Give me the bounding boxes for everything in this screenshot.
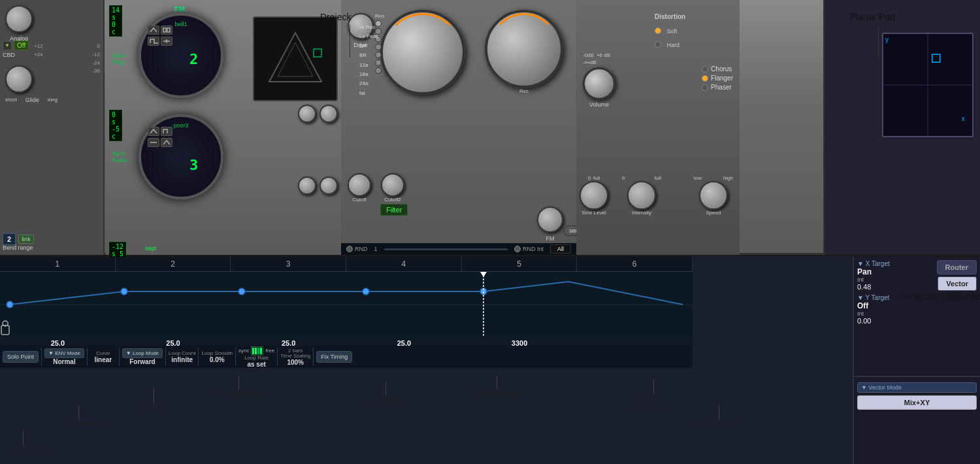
- intensity-knob[interactable]: [627, 181, 656, 210]
- triangle-display: [253, 16, 338, 101]
- envelope-curve: [0, 272, 693, 337]
- chorus-radio[interactable]: [702, 66, 708, 73]
- wave-icon-1[interactable]: [148, 25, 159, 35]
- time-scaling-group: 2 bars Time Scaling 100%: [280, 348, 310, 366]
- distortion-section: Distortion Soft Hard: [655, 10, 733, 50]
- planar-pad-display[interactable]: y x: [882, 33, 973, 137]
- filter-panel: Drive Res Hi Res Lo Peak BP BR 12a: [341, 0, 576, 255]
- planar-pad-grid: y x: [883, 34, 972, 136]
- soft-row: Soft: [655, 24, 733, 36]
- wave-icon-6[interactable]: [161, 127, 172, 136]
- soft-radio[interactable]: [655, 27, 661, 34]
- speed-scale: low high: [694, 175, 733, 181]
- divider-7: [277, 348, 278, 366]
- hard-radio[interactable]: [655, 41, 661, 48]
- chorus-label: Chorus: [711, 65, 732, 73]
- flanger-radio[interactable]: [702, 75, 708, 82]
- planar-pad-panel: y x: [823, 0, 980, 255]
- seg-5: 5: [462, 257, 578, 271]
- glide-label: Glide: [25, 97, 39, 103]
- left-control-panel: Analog ▼ Off CBD short Glide long 2 link: [0, 0, 105, 255]
- loop-mode-dropdown[interactable]: ▼ Loop Mode: [122, 348, 163, 358]
- osc2-waveforms: [148, 127, 172, 147]
- speed-knob[interactable]: [699, 181, 728, 210]
- osc-small-knobs-2: [298, 176, 338, 195]
- fix-timing-btn[interactable]: Fix Timing: [316, 351, 352, 363]
- vector-btn[interactable]: Vector: [938, 276, 977, 291]
- osc-knob-1[interactable]: [298, 105, 316, 123]
- vector-mode-content: ▼ Vector Mode Mix+XY: [854, 377, 980, 413]
- analog-knob[interactable]: [5, 5, 33, 33]
- fm-knob[interactable]: [537, 207, 563, 233]
- loop-modus-annotation: Loop-Modus: [216, 389, 263, 399]
- osc-knob-3[interactable]: [298, 176, 316, 195]
- osc2-display: poor3: [139, 114, 223, 199]
- solo-point-annotation: Solo Point: [13, 444, 52, 454]
- mix-xy-btn[interactable]: Mix+XY: [857, 395, 977, 410]
- rnd-radio: RND: [346, 246, 368, 252]
- cbd-toggle[interactable]: ▼: [3, 41, 12, 50]
- knob-c1: [298, 105, 316, 123]
- speed-label: Speed: [706, 210, 721, 216]
- filter-knob-1[interactable]: [348, 173, 371, 197]
- curve-value: linear: [95, 356, 112, 363]
- svg-point-16: [121, 288, 127, 295]
- vector-mode-dropdown[interactable]: ▼ Vector Mode: [857, 382, 977, 393]
- effects-panel: -0dB +6 dB -∞•dB Volume Distortion Soft …: [576, 0, 740, 255]
- rnd-radio-btn[interactable]: [346, 246, 353, 252]
- controls-bar: Solo Point ▼ ENV Mode Normal Curve linea…: [0, 346, 693, 368]
- all-btn[interactable]: All: [550, 244, 571, 254]
- loop-rate-label: Loop Rate: [244, 356, 269, 361]
- osc-knob-4[interactable]: [319, 176, 338, 195]
- filter-knob-2[interactable]: [381, 173, 404, 197]
- volume-knob[interactable]: [583, 67, 615, 100]
- solo-point-btn[interactable]: Solo Point: [3, 351, 39, 363]
- sync-tick-3: [257, 348, 259, 354]
- env-display[interactable]: [0, 271, 693, 337]
- sync-tick-1: [252, 348, 254, 354]
- phaser-radio[interactable]: [702, 84, 708, 91]
- zeitskalierung-annotation: Zeitskalierung: [470, 389, 523, 399]
- svg-rect-0: [163, 28, 166, 32]
- rnd-slider[interactable]: [384, 248, 508, 250]
- x-target-dropdown[interactable]: ▼ X Target: [857, 260, 890, 267]
- wave-icon-3[interactable]: [148, 37, 159, 46]
- filter-res-knob[interactable]: [485, 10, 563, 88]
- wave-icon-2[interactable]: [161, 25, 172, 35]
- divider-8: [313, 348, 314, 366]
- svg-point-15: [7, 301, 13, 308]
- scale-labels-right: +12 +24: [34, 42, 43, 59]
- seg-4: 4: [346, 257, 462, 271]
- sine-scale: 0full: [588, 175, 600, 181]
- filter-type-labels: Hi Res Lo Peak BP BR 12a 18a 24a fat: [359, 23, 378, 98]
- svg-rect-10: [932, 54, 940, 62]
- loop-count-value: infinite: [171, 356, 193, 363]
- divider-5: [198, 348, 199, 366]
- synth-top-panel: Analog ▼ Off CBD short Glide long 2 link: [0, 0, 980, 255]
- glide-section: short Glide long: [5, 65, 57, 103]
- osc-knob-2[interactable]: [319, 105, 338, 123]
- filter-res-container: Res: [485, 10, 563, 94]
- neg-inf-label: -∞•dB: [583, 59, 615, 65]
- svg-rect-1: [167, 28, 170, 32]
- router-btn[interactable]: Router: [937, 260, 977, 274]
- wave-icon-8[interactable]: [161, 138, 172, 147]
- router-top: ▼ X Target Pan Int 0.48 Router Vector: [854, 257, 980, 291]
- wave-icon-4[interactable]: [161, 37, 172, 46]
- svg-text:x: x: [962, 115, 965, 122]
- filter-knob-1-label: Cutoff: [352, 197, 366, 203]
- filter-freq-knob[interactable]: [380, 10, 465, 95]
- res-label: Res: [375, 13, 384, 19]
- sine-level-knob[interactable]: [580, 181, 608, 210]
- loop-rate-annotation: Loop-Rate: [363, 395, 402, 405]
- rnd-int-radio[interactable]: [514, 246, 521, 252]
- seg-3: 3: [231, 257, 346, 271]
- intensity-section: 0full Intensity: [622, 175, 661, 216]
- wave-icon-7[interactable]: [148, 138, 159, 147]
- env-mode-dropdown[interactable]: ▼ ENV Mode: [44, 348, 84, 358]
- vol-labels: -0dB +6 dB: [583, 52, 615, 58]
- wave-labels-1: Sync Ring: [112, 52, 125, 65]
- glide-knob[interactable]: [5, 65, 33, 93]
- filter-text-display: Filter: [380, 204, 408, 216]
- wave-icon-5[interactable]: [148, 127, 159, 136]
